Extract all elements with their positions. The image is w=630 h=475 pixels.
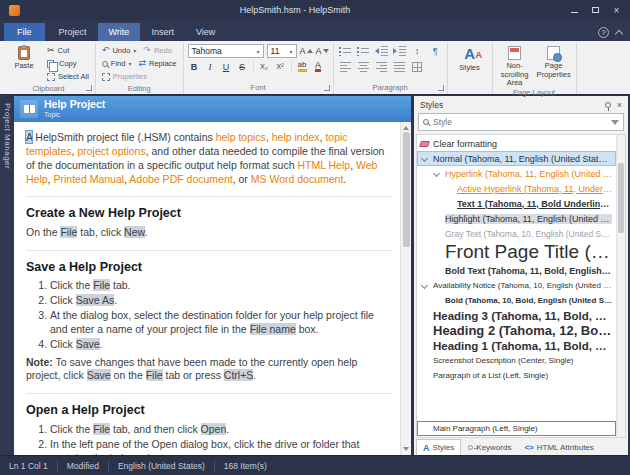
cut-button[interactable]: ✂ Cut: [45, 44, 91, 57]
font-color-button[interactable]: A: [312, 60, 325, 73]
shrink-font-button[interactable]: A: [316, 45, 329, 58]
styles-icon: AA: [464, 46, 475, 62]
expander-icon[interactable]: [433, 170, 440, 177]
style-item[interactable]: Heading 2 (Tahoma, 12, Bold, English...: [417, 323, 616, 338]
document-editor[interactable]: A HelpSmith project file (.HSM) contains…: [14, 122, 400, 455]
style-item[interactable]: Paragraph of a List (Left, Single): [417, 368, 616, 383]
styles-group-label: [452, 81, 488, 94]
nonscrolling-area-label: Non-scrolling Area: [498, 62, 532, 88]
text-highlight-button[interactable]: ab: [296, 60, 309, 73]
style-item[interactable]: Bold Text (Tahoma, 11, Bold, English (..…: [417, 263, 616, 278]
undo-button[interactable]: ↶ Undo ▾: [100, 44, 139, 57]
italic-button[interactable]: I: [204, 60, 217, 73]
style-item[interactable]: Heading 3 (Tahoma, 11, Bold, English (U.…: [417, 308, 616, 323]
close-button[interactable]: ×: [607, 3, 626, 18]
doc-seg-link[interactable]: help topics: [216, 131, 266, 143]
styles-scrollbar-thumb[interactable]: [618, 163, 624, 233]
justify-button[interactable]: [392, 60, 407, 74]
style-item[interactable]: Normal (Tahoma, 11, English (United Stat…: [417, 151, 616, 166]
borders-button[interactable]: [410, 60, 425, 74]
styles-scrollbar[interactable]: [616, 135, 625, 437]
style-item[interactable]: Main Paragraph (Left, Single): [417, 421, 616, 436]
style-item[interactable]: Hyperlink (Tahoma, 11, English (United S…: [417, 166, 616, 181]
style-item[interactable]: Active Hyperlink (Tahoma, 11, Underline,…: [417, 181, 616, 196]
strikethrough-button[interactable]: S: [236, 60, 249, 73]
copy-button[interactable]: Copy: [45, 57, 91, 70]
minimize-button[interactable]: [565, 3, 584, 18]
style-item[interactable]: Heading 1 (Tahoma, 11, Bold, English (U.…: [417, 338, 616, 353]
scrollbar-thumb[interactable]: [403, 132, 410, 247]
panel-tab-html-attributes[interactable]: <> HTML Attributes: [518, 439, 599, 455]
divider: [214, 461, 215, 471]
superscript-button[interactable]: X²: [274, 60, 287, 73]
font-size-combo[interactable]: 11 ▾: [267, 44, 297, 58]
style-item[interactable]: Availability Notice (Tahoma, 10, English…: [417, 278, 616, 293]
grow-font-button[interactable]: A: [300, 45, 313, 58]
doc-seg-link[interactable]: project options: [77, 145, 145, 157]
doc-seg-link[interactable]: Adobe PDF document: [129, 173, 232, 185]
pin-icon[interactable]: [605, 102, 611, 108]
numbered-list-button[interactable]: [356, 44, 371, 58]
panel-tab-styles[interactable]: A Styles: [416, 439, 461, 455]
bullet-list-button[interactable]: [338, 44, 353, 58]
styles-button[interactable]: AA Styles: [452, 44, 488, 73]
doc-seg-link[interactable]: help index: [272, 131, 320, 143]
style-item[interactable]: Front Page Title (Tah...: [417, 241, 616, 263]
redo-label: Redo: [154, 46, 172, 55]
tab-insert[interactable]: Insert: [140, 23, 185, 41]
doc-seg-link[interactable]: MS Word document: [251, 173, 344, 185]
scroll-down-icon[interactable]: [403, 447, 409, 451]
page-properties-button[interactable]: Page Properties: [536, 44, 572, 79]
clipboard-dialog-launcher[interactable]: [86, 85, 92, 91]
panel-tab-keywords[interactable]: Keywords: [462, 439, 517, 455]
collapse-ribbon-icon[interactable]: [615, 30, 623, 38]
document-scrollbar[interactable]: [400, 122, 411, 455]
doc-seg-link[interactable]: HTML Help: [297, 159, 350, 171]
panel-close-icon[interactable]: ×: [617, 100, 622, 110]
style-item[interactable]: Bold (Tahoma, 10, Bold, English (United …: [417, 293, 616, 308]
divider: [291, 61, 292, 73]
style-item[interactable]: Clear formatting: [417, 136, 616, 151]
select-all-button[interactable]: Select All: [45, 70, 91, 83]
paste-button[interactable]: Paste: [6, 44, 42, 71]
paragraph-dialog-launcher[interactable]: [438, 85, 444, 91]
scroll-up-icon[interactable]: [403, 126, 409, 130]
replace-button[interactable]: ⇄ Replace: [136, 57, 178, 70]
doc-seg-link[interactable]: Printed Manual: [53, 173, 124, 185]
outdent-icon: [375, 46, 388, 56]
style-item[interactable]: Highlight (Tahoma, 11, English (United S…: [417, 211, 616, 226]
align-right-button[interactable]: [374, 60, 389, 74]
redo-button[interactable]: ↷ Redo: [141, 44, 173, 57]
tab-project[interactable]: Project: [48, 23, 98, 41]
style-search-input[interactable]: [433, 117, 607, 127]
cut-label: Cut: [58, 46, 70, 55]
align-left-button[interactable]: [338, 60, 353, 74]
show-marks-button[interactable]: ¶: [428, 44, 443, 58]
find-button[interactable]: Find ▾: [100, 57, 134, 70]
style-item[interactable]: Screenshot Description (Center, Single): [417, 353, 616, 368]
project-manager-tab[interactable]: Project Manager: [0, 95, 14, 455]
tab-write[interactable]: Write: [98, 23, 141, 41]
bold-button[interactable]: B: [188, 60, 201, 73]
line-spacing-button[interactable]: ↕: [410, 44, 425, 58]
doc-text: .: [100, 338, 103, 350]
style-item[interactable]: Gray Text (Tahoma, 10, English (United S…: [417, 226, 616, 241]
language-status[interactable]: English (United States): [118, 461, 205, 471]
help-icon[interactable]: ?: [598, 27, 609, 38]
underline-button[interactable]: U: [220, 60, 233, 73]
outdent-button[interactable]: [374, 44, 389, 58]
maximize-button[interactable]: [586, 3, 605, 18]
align-center-button[interactable]: [356, 60, 371, 74]
subscript-button[interactable]: X₂: [258, 60, 271, 73]
expander-icon[interactable]: [421, 155, 428, 162]
font-dialog-launcher[interactable]: [324, 85, 330, 91]
filter-icon[interactable]: [611, 120, 619, 125]
properties-button[interactable]: Properties: [100, 70, 179, 83]
font-family-combo[interactable]: Tahoma ▾: [188, 44, 264, 58]
tab-file[interactable]: File: [4, 23, 45, 41]
nonscrolling-area-button[interactable]: Non-scrolling Area: [497, 44, 533, 88]
expander-icon[interactable]: [421, 282, 428, 289]
indent-button[interactable]: [392, 44, 407, 58]
tab-view[interactable]: View: [185, 23, 226, 41]
style-item[interactable]: Text 1 (Tahoma, 11, Bold Underline, E...: [417, 196, 616, 211]
